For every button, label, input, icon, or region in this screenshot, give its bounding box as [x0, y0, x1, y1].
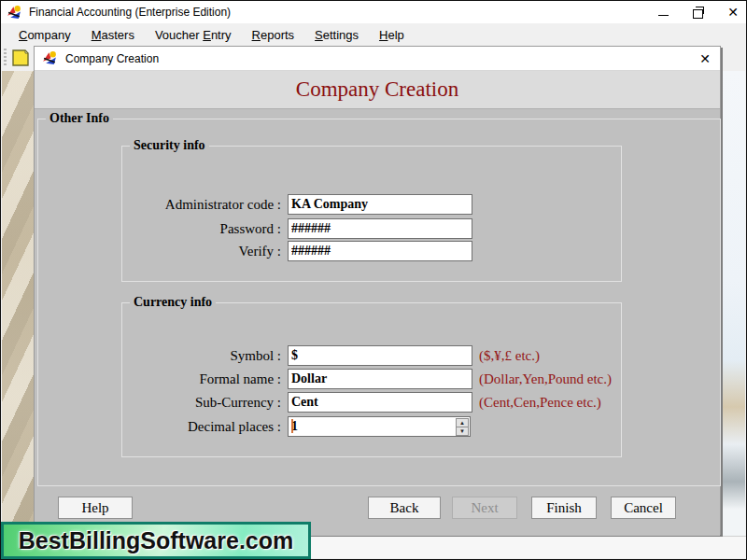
- spin-up-icon[interactable]: ▲: [456, 418, 469, 427]
- new-note-icon[interactable]: [10, 48, 31, 68]
- verify-row: Verify :: [122, 241, 621, 261]
- spin-down-icon[interactable]: ▼: [456, 427, 469, 436]
- formal-name-input[interactable]: [288, 369, 472, 389]
- currency-info-legend: Currency info: [130, 295, 216, 310]
- security-info-legend: Security info: [130, 138, 209, 153]
- text-caret: [291, 419, 293, 433]
- dialog-body: Other Info Security info Administrator c…: [35, 109, 720, 536]
- window-title: Financial Accounting (Enterprise Edition…: [29, 6, 231, 19]
- dialog-header: Company Creation: [35, 71, 720, 109]
- help-button[interactable]: Help: [58, 497, 133, 519]
- background-image-right: [719, 71, 745, 538]
- window-controls: ✕: [658, 1, 739, 23]
- close-icon[interactable]: ✕: [727, 1, 739, 23]
- decimal-places-row: Decimal places : ▲ ▼: [122, 416, 621, 437]
- security-info-group: Security info Administrator code : Passw…: [121, 146, 622, 282]
- spinner: ▲ ▼: [456, 418, 469, 435]
- menu-company[interactable]: Company: [19, 28, 71, 42]
- formal-name-row: Formal name : (Dollar,Yen,Pound etc.): [122, 369, 621, 389]
- decimal-places-input[interactable]: [288, 416, 471, 437]
- password-row: Password :: [122, 218, 621, 239]
- menubar: Company Masters Voucher Entry Reports Se…: [2, 24, 747, 45]
- toolbar-grip[interactable]: [4, 49, 7, 67]
- background-image-left: [2, 71, 35, 538]
- sub-currency-input[interactable]: [288, 392, 472, 413]
- sub-currency-row: Sub-Currency : (Cent,Cen,Pence etc.): [122, 392, 621, 413]
- symbol-row: Symbol : ($,¥,£ etc.): [122, 345, 621, 366]
- menu-help[interactable]: Help: [379, 28, 404, 42]
- password-input[interactable]: [288, 218, 472, 239]
- sub-currency-hint: (Cent,Cen,Pence etc.): [479, 392, 601, 413]
- cancel-button[interactable]: Cancel: [611, 497, 676, 519]
- sub-currency-label: Sub-Currency :: [128, 392, 281, 413]
- finish-button[interactable]: Finish: [531, 497, 597, 519]
- symbol-label: Symbol :: [128, 345, 281, 366]
- menu-reports[interactable]: Reports: [252, 28, 295, 42]
- dialog-close-icon[interactable]: ✕: [699, 47, 711, 71]
- decimal-places-label: Decimal places :: [128, 416, 281, 437]
- app-logo-icon: [7, 5, 22, 21]
- menu-settings[interactable]: Settings: [315, 28, 359, 42]
- password-label: Password :: [128, 218, 281, 239]
- admin-code-input[interactable]: [288, 194, 472, 215]
- currency-info-group: Currency info Symbol : ($,¥,£ etc.) Form…: [121, 302, 622, 457]
- next-button: Next: [452, 497, 517, 519]
- dialog-logo-icon: [42, 50, 58, 66]
- decimal-places-stepper: ▲ ▼: [288, 416, 471, 437]
- app-window: Financial Accounting (Enterprise Edition…: [0, 0, 747, 560]
- menu-masters[interactable]: Masters: [92, 28, 134, 42]
- dialog-title: Company Creation: [65, 52, 159, 65]
- restore-icon[interactable]: [693, 9, 703, 19]
- back-button[interactable]: Back: [368, 497, 441, 519]
- window-titlebar: Financial Accounting (Enterprise Edition…: [1, 1, 746, 23]
- dialog-titlebar: Company Creation ✕: [35, 47, 720, 71]
- verify-input[interactable]: [288, 241, 472, 261]
- admin-code-row: Administrator code :: [122, 194, 621, 215]
- admin-code-label: Administrator code :: [128, 194, 281, 215]
- symbol-input[interactable]: [288, 345, 472, 366]
- verify-label: Verify :: [128, 241, 281, 261]
- watermark-text: BestBillingSoftware.com: [19, 527, 294, 554]
- formal-name-label: Formal name :: [128, 369, 281, 389]
- company-creation-dialog: Company Creation ✕ Company Creation Othe…: [34, 46, 721, 535]
- menu-voucher-entry[interactable]: Voucher Entry: [155, 28, 232, 42]
- minimize-icon[interactable]: [658, 15, 669, 16]
- watermark-banner: BestBillingSoftware.com: [1, 522, 311, 559]
- dialog-heading: Company Creation: [35, 71, 720, 108]
- other-info-legend: Other Info: [46, 111, 113, 126]
- symbol-hint: ($,¥,£ etc.): [479, 345, 540, 366]
- formal-name-hint: (Dollar,Yen,Pound etc.): [479, 369, 612, 389]
